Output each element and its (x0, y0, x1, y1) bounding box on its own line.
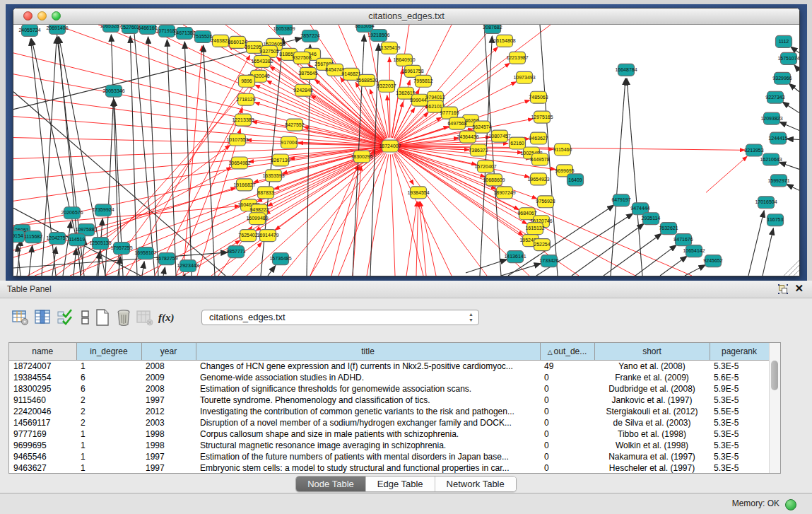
network-node[interactable]: 15720407 (474, 160, 496, 173)
table-cell[interactable]: 9465546 (9, 451, 76, 462)
network-edge[interactable] (779, 122, 799, 130)
network-edge[interactable] (17, 239, 21, 276)
network-node[interactable]: 12213383 (232, 114, 254, 126)
network-node[interactable]: 12505135 (89, 238, 111, 250)
table-cell[interactable]: 2 (76, 417, 141, 428)
network-node[interactable]: 15992971 (767, 175, 789, 187)
network-node[interactable]: 7515526 (193, 30, 212, 42)
resize-grip[interactable] (784, 260, 799, 276)
network-node[interactable]: 3875645 (298, 67, 317, 79)
table-cell[interactable]: 0 (540, 417, 594, 428)
network-node[interactable]: 6466160 (138, 25, 157, 34)
table-cell[interactable]: 9115460 (9, 395, 76, 406)
network-node[interactable]: 9115460 (553, 144, 572, 156)
network-edge[interactable] (685, 265, 705, 276)
network-node[interactable]: 62160 (510, 137, 526, 149)
table-cell[interactable]: 5.3E-5 (710, 361, 769, 373)
network-node[interactable]: 9245652 (703, 255, 722, 267)
network-node[interactable]: 10654142 (683, 245, 705, 257)
table-cell[interactable]: 1 (76, 451, 141, 462)
network-node[interactable]: 15751074 (777, 52, 799, 64)
network-node[interactable]: 17359924 (92, 204, 114, 216)
network-node[interactable]: 20206576 (61, 207, 83, 219)
network-node[interactable]: 252254 (534, 239, 550, 251)
network-edge[interactable] (29, 245, 33, 276)
network-view-window[interactable]: citations_edges.txt (13, 8, 800, 276)
table-cell[interactable]: 9777169 (9, 428, 76, 440)
network-node[interactable]: 114519 (69, 234, 86, 246)
table-cell[interactable]: 49 (540, 361, 594, 373)
scrollbar-thumb[interactable] (771, 361, 778, 390)
tab-edge-table[interactable]: Edge Table (365, 477, 435, 491)
network-node[interactable]: 10688609 (483, 174, 505, 186)
network-node[interactable]: 1244415 (768, 132, 787, 144)
network-node[interactable]: 15736485 (269, 253, 291, 265)
network-edge[interactable] (660, 256, 687, 276)
network-edge[interactable] (389, 57, 390, 138)
network-node[interactable]: 8449578 (530, 153, 549, 165)
table-cell[interactable]: de Silva et al. (2003) (594, 417, 710, 428)
table-column-icon[interactable] (34, 308, 52, 327)
rows-icon[interactable] (76, 308, 95, 327)
table-cell[interactable]: 5.3E-5 (710, 428, 769, 440)
table-cell[interactable]: Corpus callosum shape and size in male p… (196, 428, 540, 440)
table-cell[interactable]: 5.3E-5 (710, 462, 769, 474)
table-cell[interactable]: Embryonic stem cells: a model to study s… (196, 462, 540, 474)
network-node[interactable]: 6497568 (447, 117, 466, 129)
table-row[interactable]: 911546021997Tourette syndrome. Phenomeno… (9, 395, 769, 406)
table-cell[interactable]: 0 (540, 372, 594, 383)
table-cell[interactable]: 0 (540, 428, 594, 440)
network-node[interactable]: 16353593 (262, 170, 284, 182)
table-cell[interactable]: 9699695 (9, 440, 76, 451)
column-header-pagerank[interactable]: pagerank (710, 343, 769, 361)
network-node[interactable]: 19166827 (233, 179, 255, 191)
table-cell[interactable]: 0 (540, 440, 594, 451)
network-edge[interactable] (184, 274, 185, 276)
network-node[interactable]: 19654923 (527, 173, 549, 185)
network-node[interactable]: 16210643 (760, 153, 782, 165)
table-cell[interactable]: 19384554 (9, 372, 76, 383)
table-cell[interactable]: 6 (76, 383, 141, 395)
table-cell[interactable]: 0 (540, 383, 594, 395)
network-edge[interactable] (706, 156, 747, 192)
network-edge[interactable] (791, 47, 799, 53)
network-node[interactable]: 24364436 (457, 131, 478, 143)
table-cell[interactable]: 0 (540, 451, 594, 462)
table-cell[interactable]: 5.6E-5 (710, 372, 769, 383)
network-node[interactable]: 18640910 (393, 54, 415, 66)
network-node[interactable]: 7955812 (413, 75, 433, 87)
network-node[interactable]: 12213987 (506, 52, 528, 64)
table-row[interactable]: 946554611997Estimation of the future num… (9, 451, 769, 462)
network-node[interactable]: 9756928 (536, 196, 555, 208)
network-node[interactable]: 14671388 (173, 27, 195, 39)
network-edge[interactable] (268, 266, 276, 276)
network-edge[interactable] (763, 228, 773, 276)
network-edge[interactable] (787, 185, 799, 191)
network-node[interactable]: 11325419 (379, 42, 401, 54)
network-node[interactable]: 12042757 (46, 233, 68, 245)
table-cell[interactable]: 1 (76, 462, 141, 474)
network-edge[interactable] (392, 69, 403, 138)
network-node[interactable]: 19384554 (407, 187, 429, 199)
network-node[interactable]: 6479197 (611, 194, 630, 206)
column-header-title[interactable]: title (196, 343, 540, 361)
table-cell[interactable]: 18724007 (9, 361, 76, 373)
table-cell[interactable]: 5.5E-5 (710, 406, 769, 417)
network-node[interactable]: 9463627 (529, 132, 548, 144)
network-node[interactable]: 1112 (776, 35, 792, 47)
table-row[interactable]: 2242004622012Investigating the contribut… (9, 406, 769, 417)
table-cell[interactable]: 5.3E-5 (710, 395, 769, 406)
table-cell[interactable]: Disruption of a novel member of a sodium… (196, 417, 540, 428)
table-cell[interactable]: 0 (540, 462, 594, 474)
table-cell[interactable]: 9463627 (9, 462, 76, 474)
network-node[interactable]: 18300295 (351, 151, 372, 163)
table-cell[interactable]: 22420046 (9, 406, 76, 417)
network-node[interactable]: 16543382 (251, 55, 273, 67)
network-node[interactable]: 1527602 (120, 25, 139, 33)
table-cell[interactable]: 2009 (141, 372, 196, 383)
table-cell[interactable]: Changes of HCN gene expression and I(f) … (196, 361, 540, 373)
network-node[interactable]: 16914479 (257, 230, 278, 242)
table-cell[interactable]: 5.3E-5 (710, 451, 769, 462)
network-node[interactable]: 887833 (257, 187, 273, 199)
table-cell[interactable]: 6 (76, 372, 141, 383)
